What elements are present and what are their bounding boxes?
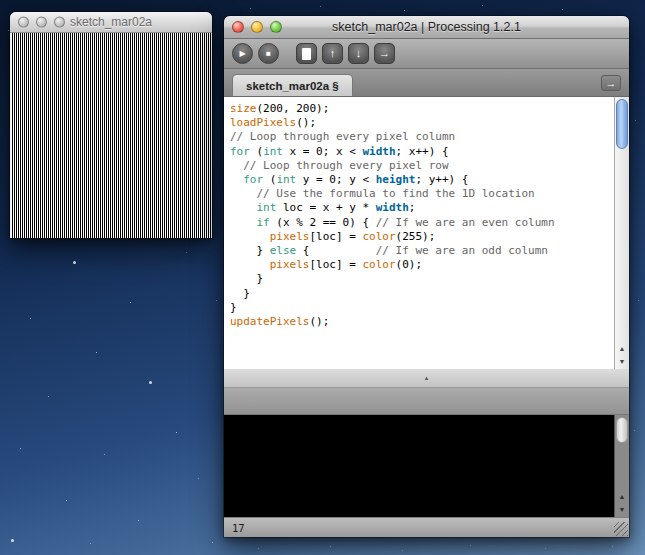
- console-scrollbar-thumb[interactable]: [616, 417, 628, 443]
- code-line: size(200, 200);: [230, 102, 612, 116]
- message-area: [224, 388, 629, 415]
- code-line: }: [230, 287, 612, 301]
- console-output: ▲ ▼: [224, 415, 629, 517]
- new-document-icon: [302, 48, 311, 60]
- export-icon: →: [379, 48, 390, 59]
- ide-titlebar[interactable]: sketch_mar02a | Processing 1.2.1: [224, 16, 629, 39]
- code-line: }: [230, 272, 612, 286]
- save-button[interactable]: ↓: [348, 43, 369, 64]
- close-button[interactable]: [232, 21, 244, 33]
- stop-button[interactable]: ■: [258, 43, 279, 64]
- console-scrollbar-arrows: ▲ ▼: [615, 490, 629, 516]
- close-button[interactable]: [18, 17, 29, 28]
- code-line: int loc = x + y * width;: [230, 201, 612, 215]
- export-button[interactable]: →: [374, 43, 395, 64]
- code-line: if (x % 2 == 0) { // If we are an even c…: [230, 216, 612, 230]
- scroll-up-button[interactable]: ▲: [615, 490, 629, 503]
- code-line: updatePixels();: [230, 315, 612, 329]
- scroll-down-button[interactable]: ▼: [615, 355, 629, 368]
- code-line: loadPixels();: [230, 116, 612, 130]
- code-line: for (int x = 0; x < width; x++) {: [230, 145, 612, 159]
- sketch-canvas: [11, 33, 211, 238]
- zoom-button[interactable]: [270, 21, 282, 33]
- editor-scrollbar-arrows: ▲ ▼: [615, 342, 629, 368]
- code-line: } else { // If we are an odd column: [230, 244, 612, 258]
- code-editor[interactable]: size(200, 200);loadPixels();// Loop thro…: [224, 97, 629, 369]
- stars-decoration: [0, 0, 1, 1]
- window-controls: [18, 17, 65, 28]
- scroll-up-button[interactable]: ▲: [615, 342, 629, 355]
- editor-scrollbar-thumb[interactable]: [616, 99, 628, 149]
- window-controls: [232, 21, 282, 33]
- minimize-button[interactable]: [251, 21, 263, 33]
- sketch-output-window: sketch_mar02a: [10, 12, 212, 238]
- save-icon: ↓: [356, 48, 362, 59]
- status-bar: 17: [224, 517, 629, 537]
- resize-grip[interactable]: [614, 522, 628, 536]
- scroll-down-button[interactable]: ▼: [615, 503, 629, 516]
- zoom-button[interactable]: [54, 17, 65, 28]
- code-line: // Use the formula to find the 1D locati…: [230, 187, 612, 201]
- code-line: pixels[loc] = color(255);: [230, 230, 612, 244]
- sketch-window-titlebar[interactable]: sketch_mar02a: [10, 12, 212, 33]
- editor-scrollbar[interactable]: ▲ ▼: [614, 97, 629, 369]
- desktop: sketch_mar02a sketch_mar02a | Processing…: [0, 0, 645, 555]
- code-line: for (int y = 0; y < height; y++) {: [230, 173, 612, 187]
- console-scrollbar[interactable]: ▲ ▼: [614, 415, 629, 517]
- stop-icon: ■: [266, 50, 271, 58]
- console-resize-handle[interactable]: ▲: [224, 369, 629, 388]
- code-line: pixels[loc] = color(0);: [230, 258, 612, 272]
- ide-toolbar: ▶ ■ ↑ ↓ →: [224, 39, 629, 69]
- code-lines: size(200, 200);loadPixels();// Loop thro…: [230, 102, 612, 329]
- sketch-window-title: sketch_mar02a: [70, 15, 152, 29]
- run-button[interactable]: ▶: [232, 43, 253, 64]
- current-line-number: 17: [232, 522, 245, 534]
- tab-menu-button[interactable]: →: [601, 75, 621, 91]
- open-icon: ↑: [330, 48, 336, 59]
- minimize-button[interactable]: [36, 17, 47, 28]
- code-line: }: [230, 301, 612, 315]
- new-sketch-button[interactable]: [296, 43, 317, 64]
- ide-window-title: sketch_mar02a | Processing 1.2.1: [332, 20, 521, 34]
- tab-label: sketch_mar02a §: [246, 80, 339, 92]
- collapse-caret-icon: ▲: [424, 375, 430, 381]
- tab-menu-arrow-icon: →: [606, 77, 617, 89]
- code-line: // Loop through every pixel column: [230, 130, 612, 144]
- code-line: // Loop through every pixel row: [230, 159, 612, 173]
- open-button[interactable]: ↑: [322, 43, 343, 64]
- run-icon: ▶: [239, 50, 245, 58]
- tab-sketch-mar02a[interactable]: sketch_mar02a §: [232, 74, 353, 96]
- processing-ide-window: sketch_mar02a | Processing 1.2.1 ▶ ■ ↑ ↓…: [224, 16, 629, 537]
- tab-bar: sketch_mar02a § →: [224, 69, 629, 97]
